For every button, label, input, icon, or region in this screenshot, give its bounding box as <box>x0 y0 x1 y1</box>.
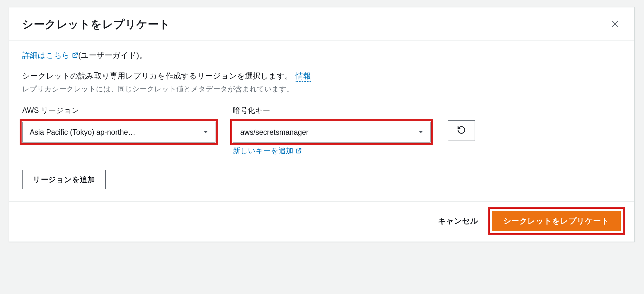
modal-footer: キャンセル シークレットをレプリケート <box>9 201 634 242</box>
chevron-down-icon <box>418 129 424 135</box>
region-select[interactable]: Asia Pacific (Tokyo) ap-northe… <box>22 122 215 142</box>
info-link[interactable]: 情報 <box>296 71 311 82</box>
learn-more-link[interactable]: 詳細はこちら <box>22 50 70 60</box>
replicate-secret-modal: シークレットをレプリケート 詳細はこちら <box>9 7 635 242</box>
close-button[interactable] <box>609 18 621 31</box>
instruction-row: シークレットの読み取り専用レプリカを作成するリージョンを選択します。 情報 <box>22 71 621 82</box>
external-link-icon <box>295 148 302 154</box>
chevron-down-icon <box>203 129 209 135</box>
modal-header: シークレットをレプリケート <box>9 7 634 41</box>
encryption-key-select[interactable]: aws/secretsmanager <box>233 122 431 142</box>
refresh-icon <box>457 125 466 136</box>
encryption-key-select-value: aws/secretsmanager <box>240 128 413 137</box>
sub-instruction: レプリカシークレットには、同じシークレット値とメタデータが含まれています。 <box>22 84 621 94</box>
instruction-text: シークレットの読み取り専用レプリカを作成するリージョンを選択します。 <box>22 71 292 81</box>
replicate-secret-button[interactable]: シークレットをレプリケート <box>492 211 621 231</box>
region-column: AWS リージョン Asia Pacific (Tokyo) ap-northe… <box>22 106 215 142</box>
submit-highlight: シークレットをレプリケート <box>491 210 622 232</box>
add-region-row: リージョンを追加 <box>22 170 621 189</box>
region-select-value: Asia Pacific (Tokyo) ap-northe… <box>30 128 198 137</box>
cancel-button[interactable]: キャンセル <box>438 216 478 226</box>
learn-more-suffix: (ユーザーガイド)。 <box>78 50 147 60</box>
add-new-key-row: 新しいキーを追加 <box>233 146 431 156</box>
refresh-button[interactable] <box>448 120 475 141</box>
encryption-key-label: 暗号化キー <box>233 106 431 115</box>
encryption-key-column: 暗号化キー aws/secretsmanager 新しいキーを追加 <box>233 106 431 156</box>
learn-more-row: 詳細はこちら (ユーザーガイド)。 <box>22 50 621 60</box>
controls-row: AWS リージョン Asia Pacific (Tokyo) ap-northe… <box>22 106 621 156</box>
add-new-key-link[interactable]: 新しいキーを追加 <box>233 146 293 156</box>
close-icon <box>611 20 619 29</box>
modal-title: シークレットをレプリケート <box>22 17 170 32</box>
add-region-button[interactable]: リージョンを追加 <box>22 170 106 189</box>
modal-body: 詳細はこちら (ユーザーガイド)。 シークレットの読み取り専用レプリカを作成する… <box>9 41 634 201</box>
external-link-icon <box>72 52 78 59</box>
region-label: AWS リージョン <box>22 106 215 115</box>
